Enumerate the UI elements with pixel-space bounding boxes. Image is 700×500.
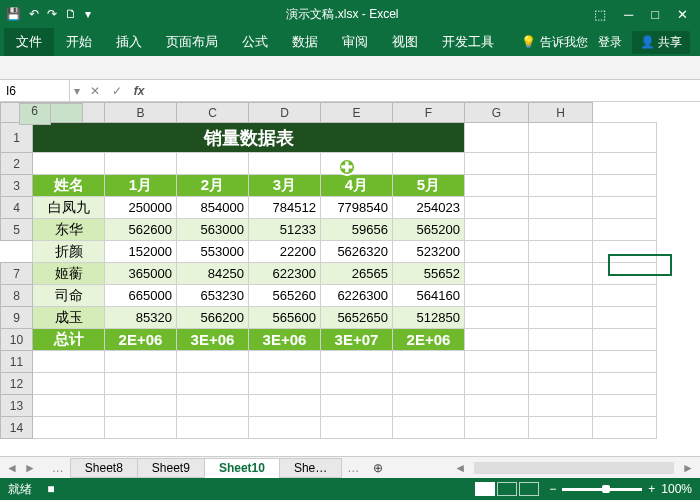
row-header-12[interactable]: 12	[1, 373, 33, 395]
cell[interactable]	[465, 285, 529, 307]
row-header-3[interactable]: 3	[1, 175, 33, 197]
cell[interactable]	[105, 417, 177, 439]
cancel-formula-icon[interactable]: ✕	[84, 84, 106, 98]
new-icon[interactable]: 🗋	[65, 7, 77, 21]
row-header-13[interactable]: 13	[1, 395, 33, 417]
total-cell[interactable]: 3E+06	[177, 329, 249, 351]
cell[interactable]	[529, 123, 593, 153]
data-cell[interactable]: 152000	[105, 241, 177, 263]
name-cell[interactable]: 成玉	[33, 307, 105, 329]
tab-file[interactable]: 文件	[4, 28, 54, 56]
scroll-left-icon[interactable]: ◄	[454, 461, 466, 475]
add-sheet-icon[interactable]: ⊕	[365, 461, 391, 475]
zoom-out-icon[interactable]: −	[549, 482, 556, 496]
cell[interactable]	[593, 395, 657, 417]
cell[interactable]	[249, 153, 321, 175]
view-layout-icon[interactable]	[497, 482, 517, 496]
cell[interactable]	[393, 373, 465, 395]
row-header-14[interactable]: 14	[1, 417, 33, 439]
cell[interactable]	[593, 417, 657, 439]
scroll-right-icon[interactable]: ►	[682, 461, 694, 475]
cell[interactable]	[465, 197, 529, 219]
row-header-11[interactable]: 11	[1, 351, 33, 373]
cell[interactable]	[177, 153, 249, 175]
cell[interactable]	[593, 123, 657, 153]
cell[interactable]	[105, 351, 177, 373]
tab-数据[interactable]: 数据	[280, 28, 330, 56]
cell[interactable]	[105, 395, 177, 417]
sheet-tab-Sheet9[interactable]: Sheet9	[137, 458, 205, 478]
login-button[interactable]: 登录	[598, 34, 622, 51]
undo-icon[interactable]: ↶	[29, 7, 39, 21]
data-cell[interactable]: 7798540	[321, 197, 393, 219]
cell[interactable]	[593, 351, 657, 373]
cell[interactable]	[465, 263, 529, 285]
cell[interactable]	[529, 175, 593, 197]
macro-record-icon[interactable]: ■	[47, 482, 54, 496]
cell[interactable]	[393, 395, 465, 417]
col-header-B[interactable]: B	[105, 103, 177, 123]
sheet-tab-Sheet10[interactable]: Sheet10	[204, 458, 280, 478]
data-cell[interactable]: 365000	[105, 263, 177, 285]
data-cell[interactable]: 26565	[321, 263, 393, 285]
name-cell[interactable]: 姬蘅	[33, 263, 105, 285]
table-header[interactable]: 4月	[321, 175, 393, 197]
cell[interactable]	[105, 153, 177, 175]
cell[interactable]	[33, 417, 105, 439]
table-header[interactable]: 3月	[249, 175, 321, 197]
cell[interactable]	[465, 417, 529, 439]
cell[interactable]	[393, 351, 465, 373]
table-header[interactable]: 1月	[105, 175, 177, 197]
close-icon[interactable]: ✕	[677, 7, 688, 22]
data-cell[interactable]: 55652	[393, 263, 465, 285]
tab-公式[interactable]: 公式	[230, 28, 280, 56]
tab-插入[interactable]: 插入	[104, 28, 154, 56]
cell[interactable]	[465, 329, 529, 351]
data-cell[interactable]: 250000	[105, 197, 177, 219]
data-cell[interactable]: 59656	[321, 219, 393, 241]
data-cell[interactable]: 85320	[105, 307, 177, 329]
cell[interactable]	[465, 153, 529, 175]
table-header[interactable]: 5月	[393, 175, 465, 197]
cell[interactable]	[177, 417, 249, 439]
cell[interactable]	[33, 373, 105, 395]
cell[interactable]	[321, 153, 393, 175]
sheet-tab-She…[interactable]: She…	[279, 458, 342, 478]
cell[interactable]	[393, 153, 465, 175]
tab-开发工具[interactable]: 开发工具	[430, 28, 506, 56]
name-cell[interactable]: 白凤九	[33, 197, 105, 219]
row-header-10[interactable]: 10	[1, 329, 33, 351]
cell[interactable]	[593, 263, 657, 285]
data-cell[interactable]: 563000	[177, 219, 249, 241]
cell[interactable]	[593, 219, 657, 241]
cell[interactable]	[593, 307, 657, 329]
cell[interactable]	[33, 153, 105, 175]
total-cell[interactable]: 2E+06	[105, 329, 177, 351]
row-header-1[interactable]: 1	[1, 123, 33, 153]
total-cell[interactable]: 3E+07	[321, 329, 393, 351]
name-cell[interactable]: 东华	[33, 219, 105, 241]
view-normal-icon[interactable]	[475, 482, 495, 496]
zoom-slider[interactable]	[562, 488, 642, 491]
cell[interactable]	[529, 307, 593, 329]
cell[interactable]	[529, 351, 593, 373]
data-cell[interactable]: 565600	[249, 307, 321, 329]
cell[interactable]	[465, 241, 529, 263]
cell[interactable]	[529, 219, 593, 241]
table-header[interactable]: 姓名	[33, 175, 105, 197]
cell[interactable]	[529, 395, 593, 417]
enter-formula-icon[interactable]: ✓	[106, 84, 128, 98]
data-cell[interactable]: 6226300	[321, 285, 393, 307]
cell[interactable]	[177, 395, 249, 417]
ribbon-display-icon[interactable]: ⬚	[594, 7, 606, 22]
cell[interactable]	[529, 373, 593, 395]
table-header[interactable]: 2月	[177, 175, 249, 197]
cell[interactable]	[321, 417, 393, 439]
cell[interactable]	[465, 373, 529, 395]
tab-视图[interactable]: 视图	[380, 28, 430, 56]
minimize-icon[interactable]: ─	[624, 7, 633, 22]
cell[interactable]	[177, 373, 249, 395]
data-cell[interactable]: 254023	[393, 197, 465, 219]
total-cell[interactable]: 3E+06	[249, 329, 321, 351]
sheet-nav-next-icon[interactable]: ►	[22, 461, 38, 475]
